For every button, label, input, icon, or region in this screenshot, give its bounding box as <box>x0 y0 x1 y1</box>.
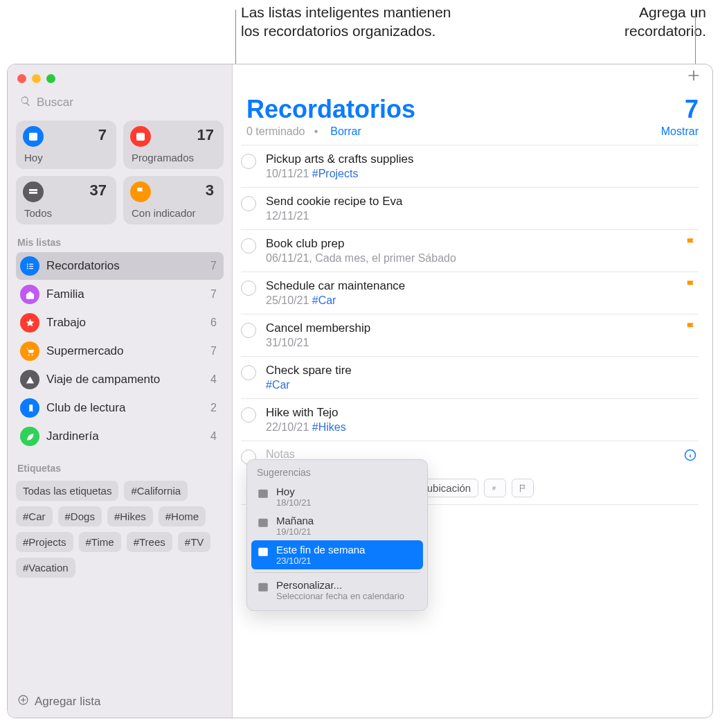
show-completed-link[interactable]: Mostrar <box>661 125 699 138</box>
reminder-item[interactable]: Hike with Tejo 22/10/21 #Hikes <box>241 399 699 441</box>
sidebar-list-item[interactable]: Supermercado 7 <box>16 337 224 365</box>
search-icon <box>20 96 31 110</box>
tag-pill[interactable]: #California <box>124 481 188 501</box>
smart-count: 17 <box>197 126 214 144</box>
tag-pill[interactable]: #Hikes <box>107 506 153 526</box>
reminder-item[interactable]: Check spare tire #Car <box>241 357 699 399</box>
book-icon <box>20 398 39 418</box>
separator-dot: • <box>314 125 318 137</box>
callout-add-reminder: Agrega un recordatorio. <box>624 3 706 41</box>
my-lists: Recordatorios 7 Familia 7 Trabajo 6 Supe… <box>16 252 224 450</box>
list-count: 7 <box>685 95 699 124</box>
section-title-tags: Etiquetas <box>17 463 222 474</box>
calendar-icon <box>257 545 269 558</box>
add-tag-button[interactable]: # <box>484 479 506 497</box>
cart-icon <box>20 341 39 361</box>
tag-pill[interactable]: #Home <box>159 506 206 526</box>
reminder-meta: 22/10/21 #Hikes <box>266 421 699 434</box>
close-window-button[interactable] <box>17 74 26 83</box>
add-flag-button[interactable] <box>512 479 534 497</box>
add-list-button[interactable]: Agregar lista <box>16 691 224 712</box>
reminders-window: 7 Hoy 17 Programados 37 Todos 3 Con indi… <box>7 64 713 718</box>
tag-pill[interactable]: #Time <box>79 532 121 552</box>
sidebar-list-item[interactable]: Familia 7 <box>16 281 224 308</box>
sidebar-list-item[interactable]: Jardinería 4 <box>16 423 224 450</box>
complete-toggle[interactable] <box>241 154 256 169</box>
date-suggestion[interactable]: Hoy 18/10/21 <box>251 482 423 511</box>
list-header: Recordatorios 7 <box>233 89 712 125</box>
suggestions-title: Sugerencias <box>257 467 417 478</box>
svg-rect-15 <box>258 490 268 498</box>
svg-rect-4 <box>29 263 33 264</box>
zoom-window-button[interactable] <box>46 74 55 83</box>
search-input[interactable] <box>35 95 219 110</box>
tag-pill[interactable]: Todas las etiquetas <box>16 481 118 501</box>
reminder-item[interactable]: Schedule car maintenance 25/10/21 #Car <box>241 272 699 314</box>
date-suggestion[interactable]: Mañana 19/10/21 <box>251 511 423 540</box>
complete-toggle[interactable] <box>241 196 256 211</box>
reminder-tag[interactable]: #Hikes <box>312 421 346 433</box>
list-name: Trabajo <box>46 316 204 330</box>
reminder-item[interactable]: Book club prep 06/11/21, Cada mes, el pr… <box>241 230 699 272</box>
reminder-item[interactable]: Send cookie recipe to Eva 12/11/21 <box>241 188 699 230</box>
list-count: 2 <box>210 402 217 414</box>
callout-smart-lists: Las listas inteligentes mantienen los re… <box>241 3 451 41</box>
smart-count: 3 <box>206 181 214 199</box>
svg-rect-16 <box>258 519 268 527</box>
svg-point-3 <box>26 263 28 265</box>
smart-list-all[interactable]: 37 Todos <box>16 176 116 224</box>
sidebar-list-item[interactable]: Trabajo 6 <box>16 309 224 337</box>
sidebar-list-item[interactable]: Club de lectura 2 <box>16 394 224 422</box>
list-count: 7 <box>210 260 217 272</box>
tag-pill[interactable]: #Car <box>16 506 53 526</box>
complete-toggle[interactable] <box>241 238 256 254</box>
svg-point-7 <box>26 267 28 269</box>
reminder-item[interactable]: Cancel membership 31/10/21 <box>241 314 699 357</box>
list-name: Supermercado <box>46 344 204 358</box>
tag-pill[interactable]: #Trees <box>127 532 172 552</box>
suggestion-date: 18/10/21 <box>276 497 312 508</box>
add-reminder-button[interactable] <box>686 68 701 86</box>
svg-rect-6 <box>29 265 33 266</box>
tent-icon <box>20 370 39 389</box>
tag-pill[interactable]: #TV <box>178 532 211 552</box>
complete-toggle[interactable] <box>241 365 256 380</box>
minimize-window-button[interactable] <box>32 74 41 83</box>
complete-toggle[interactable] <box>241 323 256 338</box>
smart-label: Programados <box>132 152 194 163</box>
smart-list-flagged[interactable]: 3 Con indicador <box>123 176 224 224</box>
complete-toggle[interactable] <box>241 281 256 296</box>
reminder-tag[interactable]: #Car <box>266 379 290 391</box>
sidebar-list-item[interactable]: Viaje de campamento 4 <box>16 366 224 393</box>
suggestion-date: 23/10/21 <box>276 556 365 566</box>
list-count: 4 <box>210 430 217 443</box>
info-button[interactable] <box>683 448 697 465</box>
svg-point-10 <box>31 354 33 355</box>
reminder-item[interactable]: Pickup arts & crafts supplies 10/11/21 #… <box>241 145 699 188</box>
annotation-layer: Las listas inteligentes mantienen los re… <box>0 0 720 64</box>
date-suggestion[interactable]: Este fin de semana 23/10/21 <box>251 540 423 569</box>
section-title-mylists: Mis listas <box>17 237 222 248</box>
tag-pill[interactable]: #Dogs <box>58 506 102 526</box>
search-field[interactable] <box>16 93 224 112</box>
reminder-meta: 25/10/21 #Car <box>266 294 699 307</box>
list-count: 7 <box>210 288 217 301</box>
list-name: Recordatorios <box>46 259 204 273</box>
tag-pill[interactable]: #Vacation <box>16 558 75 578</box>
reminder-tag[interactable]: #Car <box>312 294 336 306</box>
list-subheader: 0 terminado • Borrar Mostrar <box>233 125 712 145</box>
reminder-title: Send cookie recipe to Eva <box>266 195 699 208</box>
smart-list-scheduled[interactable]: 17 Programados <box>123 121 224 169</box>
tag-pill[interactable]: #Projects <box>16 532 73 552</box>
complete-toggle[interactable] <box>241 407 256 423</box>
star-icon <box>20 313 39 332</box>
reminder-meta: #Car <box>266 379 699 391</box>
clear-completed-link[interactable]: Borrar <box>330 125 361 137</box>
reminder-meta: 12/11/21 <box>266 210 699 222</box>
smart-count: 7 <box>98 126 107 144</box>
smart-list-today[interactable]: 7 Hoy <box>16 121 116 169</box>
sidebar-list-item[interactable]: Recordatorios 7 <box>16 252 224 280</box>
reminder-tag[interactable]: #Projects <box>312 168 359 179</box>
reminder-title: Check spare tire <box>266 364 699 378</box>
suggestion-custom[interactable]: Personalizar... Seleccionar fecha en cal… <box>251 576 423 605</box>
